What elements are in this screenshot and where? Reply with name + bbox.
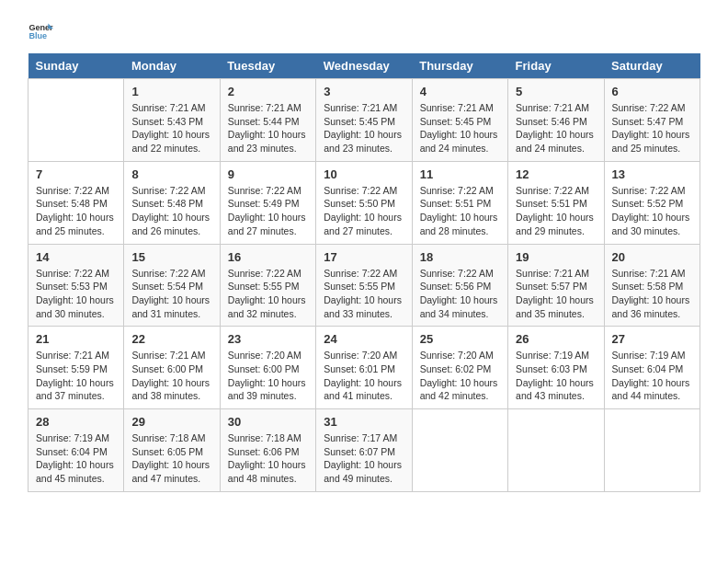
day-number: 20 xyxy=(612,250,692,264)
day-number: 12 xyxy=(516,167,596,181)
day-cell: 25Sunrise: 7:20 AMSunset: 6:02 PMDayligh… xyxy=(412,327,507,409)
day-number: 5 xyxy=(516,85,596,98)
day-cell xyxy=(412,409,507,492)
day-number: 10 xyxy=(324,167,404,181)
day-cell: 6Sunrise: 7:22 AMSunset: 5:47 PMDaylight… xyxy=(604,79,700,162)
day-cell: 21Sunrise: 7:21 AMSunset: 5:59 PMDayligh… xyxy=(28,327,124,409)
day-number: 18 xyxy=(420,250,500,264)
day-info: Sunrise: 7:20 AMSunset: 6:01 PMDaylight:… xyxy=(324,349,404,403)
day-cell: 20Sunrise: 7:21 AMSunset: 5:58 PMDayligh… xyxy=(604,244,700,327)
day-number: 6 xyxy=(612,85,692,98)
day-cell: 29Sunrise: 7:18 AMSunset: 6:05 PMDayligh… xyxy=(124,409,220,492)
day-number: 4 xyxy=(420,85,500,98)
day-number: 16 xyxy=(228,250,308,264)
day-number: 26 xyxy=(516,332,596,346)
day-info: Sunrise: 7:22 AMSunset: 5:56 PMDaylight:… xyxy=(420,267,500,321)
day-info: Sunrise: 7:22 AMSunset: 5:51 PMDaylight:… xyxy=(516,184,596,238)
day-info: Sunrise: 7:20 AMSunset: 6:00 PMDaylight:… xyxy=(228,349,308,403)
week-row-3: 14Sunrise: 7:22 AMSunset: 5:53 PMDayligh… xyxy=(28,244,700,327)
day-number: 29 xyxy=(131,415,211,429)
header-row: SundayMondayTuesdayWednesdayThursdayFrid… xyxy=(28,53,700,79)
day-number: 25 xyxy=(420,332,500,346)
day-cell: 18Sunrise: 7:22 AMSunset: 5:56 PMDayligh… xyxy=(412,244,507,327)
day-cell: 17Sunrise: 7:22 AMSunset: 5:55 PMDayligh… xyxy=(316,244,412,327)
header-cell-sunday: Sunday xyxy=(28,53,124,79)
day-info: Sunrise: 7:22 AMSunset: 5:48 PMDaylight:… xyxy=(131,184,211,238)
day-cell: 12Sunrise: 7:22 AMSunset: 5:51 PMDayligh… xyxy=(508,161,604,244)
logo-icon: General Blue xyxy=(28,18,53,44)
day-number: 27 xyxy=(612,332,692,346)
day-info: Sunrise: 7:19 AMSunset: 6:04 PMDaylight:… xyxy=(612,349,692,403)
day-cell: 19Sunrise: 7:21 AMSunset: 5:57 PMDayligh… xyxy=(508,244,604,327)
day-info: Sunrise: 7:22 AMSunset: 5:51 PMDaylight:… xyxy=(420,184,500,238)
header-cell-friday: Friday xyxy=(508,53,604,79)
day-number: 17 xyxy=(324,250,404,264)
logo: General Blue xyxy=(28,18,53,44)
day-number: 28 xyxy=(36,415,116,429)
day-number: 22 xyxy=(131,332,211,346)
day-cell: 14Sunrise: 7:22 AMSunset: 5:53 PMDayligh… xyxy=(28,244,124,327)
day-cell: 9Sunrise: 7:22 AMSunset: 5:49 PMDaylight… xyxy=(220,161,315,244)
day-cell: 30Sunrise: 7:18 AMSunset: 6:06 PMDayligh… xyxy=(220,409,315,492)
day-cell: 22Sunrise: 7:21 AMSunset: 6:00 PMDayligh… xyxy=(124,327,220,409)
day-cell: 26Sunrise: 7:19 AMSunset: 6:03 PMDayligh… xyxy=(508,327,604,409)
day-number: 14 xyxy=(36,250,116,264)
day-info: Sunrise: 7:21 AMSunset: 5:58 PMDaylight:… xyxy=(612,267,692,321)
day-info: Sunrise: 7:21 AMSunset: 5:46 PMDaylight:… xyxy=(516,101,596,155)
day-info: Sunrise: 7:22 AMSunset: 5:55 PMDaylight:… xyxy=(324,267,404,321)
calendar-table: SundayMondayTuesdayWednesdayThursdayFrid… xyxy=(28,53,700,492)
day-cell: 2Sunrise: 7:21 AMSunset: 5:44 PMDaylight… xyxy=(220,79,315,162)
day-cell: 11Sunrise: 7:22 AMSunset: 5:51 PMDayligh… xyxy=(412,161,507,244)
week-row-1: 1Sunrise: 7:21 AMSunset: 5:43 PMDaylight… xyxy=(28,79,700,162)
day-info: Sunrise: 7:21 AMSunset: 5:44 PMDaylight:… xyxy=(228,101,308,155)
day-info: Sunrise: 7:17 AMSunset: 6:07 PMDaylight:… xyxy=(324,431,404,486)
day-info: Sunrise: 7:21 AMSunset: 5:59 PMDaylight:… xyxy=(36,349,116,403)
day-info: Sunrise: 7:18 AMSunset: 6:05 PMDaylight:… xyxy=(131,431,211,486)
day-number: 8 xyxy=(131,167,211,181)
day-info: Sunrise: 7:22 AMSunset: 5:50 PMDaylight:… xyxy=(324,184,404,238)
day-cell xyxy=(604,409,700,492)
day-cell: 16Sunrise: 7:22 AMSunset: 5:55 PMDayligh… xyxy=(220,244,315,327)
day-number: 13 xyxy=(612,167,692,181)
day-cell xyxy=(28,79,124,162)
day-number: 24 xyxy=(324,332,404,346)
day-info: Sunrise: 7:21 AMSunset: 5:57 PMDaylight:… xyxy=(516,267,596,321)
day-number: 11 xyxy=(420,167,500,181)
day-info: Sunrise: 7:22 AMSunset: 5:52 PMDaylight:… xyxy=(612,184,692,238)
day-cell: 27Sunrise: 7:19 AMSunset: 6:04 PMDayligh… xyxy=(604,327,700,409)
day-info: Sunrise: 7:21 AMSunset: 5:45 PMDaylight:… xyxy=(324,101,404,155)
day-cell: 3Sunrise: 7:21 AMSunset: 5:45 PMDaylight… xyxy=(316,79,412,162)
svg-text:Blue: Blue xyxy=(28,31,47,40)
week-row-5: 28Sunrise: 7:19 AMSunset: 6:04 PMDayligh… xyxy=(28,409,700,492)
header-cell-thursday: Thursday xyxy=(412,53,507,79)
day-cell: 1Sunrise: 7:21 AMSunset: 5:43 PMDaylight… xyxy=(124,79,220,162)
day-info: Sunrise: 7:22 AMSunset: 5:53 PMDaylight:… xyxy=(36,267,116,321)
day-number: 15 xyxy=(131,250,211,264)
header-cell-tuesday: Tuesday xyxy=(220,53,315,79)
day-info: Sunrise: 7:22 AMSunset: 5:47 PMDaylight:… xyxy=(612,101,692,155)
day-number: 21 xyxy=(36,332,116,346)
day-cell: 8Sunrise: 7:22 AMSunset: 5:48 PMDaylight… xyxy=(124,161,220,244)
day-info: Sunrise: 7:21 AMSunset: 5:45 PMDaylight:… xyxy=(420,101,500,155)
day-number: 2 xyxy=(228,85,308,98)
day-cell: 24Sunrise: 7:20 AMSunset: 6:01 PMDayligh… xyxy=(316,327,412,409)
day-info: Sunrise: 7:19 AMSunset: 6:03 PMDaylight:… xyxy=(516,349,596,403)
week-row-2: 7Sunrise: 7:22 AMSunset: 5:48 PMDaylight… xyxy=(28,161,700,244)
day-number: 31 xyxy=(324,415,404,429)
day-info: Sunrise: 7:21 AMSunset: 6:00 PMDaylight:… xyxy=(131,349,211,403)
header-cell-saturday: Saturday xyxy=(604,53,700,79)
day-cell xyxy=(508,409,604,492)
day-cell: 28Sunrise: 7:19 AMSunset: 6:04 PMDayligh… xyxy=(28,409,124,492)
day-info: Sunrise: 7:20 AMSunset: 6:02 PMDaylight:… xyxy=(420,349,500,403)
day-cell: 7Sunrise: 7:22 AMSunset: 5:48 PMDaylight… xyxy=(28,161,124,244)
day-info: Sunrise: 7:21 AMSunset: 5:43 PMDaylight:… xyxy=(131,101,211,155)
day-number: 1 xyxy=(131,85,211,98)
week-row-4: 21Sunrise: 7:21 AMSunset: 5:59 PMDayligh… xyxy=(28,327,700,409)
day-info: Sunrise: 7:22 AMSunset: 5:55 PMDaylight:… xyxy=(228,267,308,321)
day-cell: 4Sunrise: 7:21 AMSunset: 5:45 PMDaylight… xyxy=(412,79,507,162)
day-number: 3 xyxy=(324,85,404,98)
day-cell: 23Sunrise: 7:20 AMSunset: 6:00 PMDayligh… xyxy=(220,327,315,409)
day-number: 7 xyxy=(36,167,116,181)
day-info: Sunrise: 7:18 AMSunset: 6:06 PMDaylight:… xyxy=(228,431,308,486)
header: General Blue xyxy=(28,18,700,44)
